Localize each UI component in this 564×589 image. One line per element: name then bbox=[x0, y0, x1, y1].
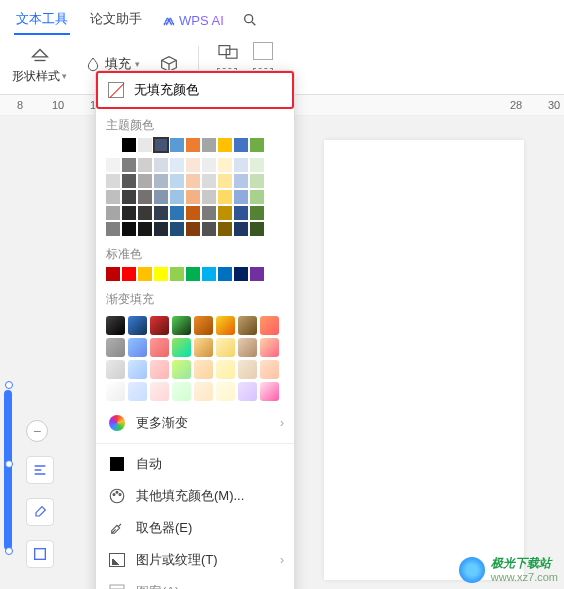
color-swatch[interactable] bbox=[154, 174, 168, 188]
color-swatch[interactable] bbox=[216, 316, 235, 335]
search-icon[interactable] bbox=[242, 12, 258, 28]
color-swatch[interactable] bbox=[154, 222, 168, 236]
color-swatch[interactable] bbox=[172, 382, 191, 401]
color-swatch[interactable] bbox=[186, 267, 200, 281]
color-swatch[interactable] bbox=[186, 138, 200, 152]
color-swatch[interactable] bbox=[250, 190, 264, 204]
color-swatch[interactable] bbox=[234, 158, 248, 172]
color-swatch[interactable] bbox=[218, 158, 232, 172]
shape-handle[interactable] bbox=[5, 547, 13, 555]
color-swatch[interactable] bbox=[106, 174, 120, 188]
color-swatch[interactable] bbox=[138, 138, 152, 152]
color-swatch[interactable] bbox=[238, 316, 257, 335]
color-swatch[interactable] bbox=[106, 360, 125, 379]
auto-color-option[interactable]: 自动 bbox=[96, 448, 294, 480]
color-swatch[interactable] bbox=[202, 174, 216, 188]
color-swatch[interactable] bbox=[234, 206, 248, 220]
color-swatch[interactable] bbox=[122, 267, 136, 281]
color-swatch[interactable] bbox=[202, 190, 216, 204]
color-swatch[interactable] bbox=[194, 316, 213, 335]
color-swatch[interactable] bbox=[250, 158, 264, 172]
color-swatch[interactable] bbox=[138, 190, 152, 204]
color-swatch[interactable] bbox=[170, 206, 184, 220]
color-swatch[interactable] bbox=[128, 316, 147, 335]
color-swatch[interactable] bbox=[150, 360, 169, 379]
color-swatch[interactable] bbox=[154, 158, 168, 172]
color-swatch[interactable] bbox=[106, 316, 125, 335]
color-swatch[interactable] bbox=[122, 174, 136, 188]
color-swatch[interactable] bbox=[202, 158, 216, 172]
tab-thesis-helper[interactable]: 论文助手 bbox=[88, 6, 144, 34]
color-swatch[interactable] bbox=[122, 206, 136, 220]
color-swatch[interactable] bbox=[106, 158, 120, 172]
other-colors-option[interactable]: 其他填充颜色(M)... bbox=[96, 480, 294, 512]
color-swatch[interactable] bbox=[216, 360, 235, 379]
color-swatch[interactable] bbox=[216, 338, 235, 357]
color-swatch[interactable] bbox=[250, 267, 264, 281]
color-swatch[interactable] bbox=[138, 222, 152, 236]
color-swatch[interactable] bbox=[260, 382, 279, 401]
color-swatch[interactable] bbox=[106, 338, 125, 357]
color-swatch[interactable] bbox=[128, 338, 147, 357]
color-swatch[interactable] bbox=[172, 338, 191, 357]
color-swatch[interactable] bbox=[122, 158, 136, 172]
frame-button[interactable] bbox=[26, 540, 54, 568]
color-swatch[interactable] bbox=[150, 338, 169, 357]
color-swatch[interactable] bbox=[138, 267, 152, 281]
text-flow-button[interactable] bbox=[26, 456, 54, 484]
color-swatch[interactable] bbox=[170, 267, 184, 281]
color-swatch[interactable] bbox=[170, 138, 184, 152]
color-swatch[interactable] bbox=[250, 138, 264, 152]
no-fill-option[interactable]: 无填充颜色 bbox=[96, 71, 294, 109]
zoom-out-button[interactable]: − bbox=[26, 420, 48, 442]
pattern-option[interactable]: 图案(A) › bbox=[96, 576, 294, 589]
color-swatch[interactable] bbox=[234, 267, 248, 281]
color-swatch[interactable] bbox=[234, 222, 248, 236]
color-swatch[interactable] bbox=[106, 382, 125, 401]
group-icon[interactable] bbox=[217, 42, 239, 60]
color-swatch[interactable] bbox=[186, 174, 200, 188]
color-swatch[interactable] bbox=[186, 190, 200, 204]
shape-handle[interactable] bbox=[5, 381, 13, 389]
color-swatch[interactable] bbox=[106, 222, 120, 236]
color-swatch[interactable] bbox=[194, 338, 213, 357]
color-swatch[interactable] bbox=[172, 360, 191, 379]
rotate-icon[interactable] bbox=[253, 42, 273, 60]
color-swatch[interactable] bbox=[218, 222, 232, 236]
brush-button[interactable] bbox=[26, 498, 54, 526]
color-swatch[interactable] bbox=[106, 267, 120, 281]
tab-wps-ai[interactable]: ⩕ WPS AI bbox=[162, 13, 224, 28]
color-swatch[interactable] bbox=[260, 338, 279, 357]
tab-text-tool[interactable]: 文本工具 bbox=[14, 6, 70, 34]
color-swatch[interactable] bbox=[170, 158, 184, 172]
color-swatch[interactable] bbox=[194, 360, 213, 379]
color-swatch[interactable] bbox=[234, 174, 248, 188]
color-swatch[interactable] bbox=[234, 138, 248, 152]
color-swatch[interactable] bbox=[170, 174, 184, 188]
color-swatch[interactable] bbox=[234, 190, 248, 204]
color-swatch[interactable] bbox=[154, 190, 168, 204]
selected-shape[interactable] bbox=[4, 390, 12, 550]
color-swatch[interactable] bbox=[238, 338, 257, 357]
color-swatch[interactable] bbox=[170, 222, 184, 236]
shape-style-group[interactable]: 形状样式▾ bbox=[12, 44, 67, 85]
color-swatch[interactable] bbox=[260, 316, 279, 335]
color-swatch[interactable] bbox=[122, 138, 136, 152]
color-swatch[interactable] bbox=[106, 206, 120, 220]
eyedropper-option[interactable]: 取色器(E) bbox=[96, 512, 294, 544]
color-swatch[interactable] bbox=[172, 316, 191, 335]
color-swatch[interactable] bbox=[154, 206, 168, 220]
color-swatch[interactable] bbox=[218, 138, 232, 152]
shape-handle[interactable] bbox=[5, 460, 13, 468]
color-swatch[interactable] bbox=[218, 206, 232, 220]
color-swatch[interactable] bbox=[138, 174, 152, 188]
color-swatch[interactable] bbox=[218, 174, 232, 188]
color-swatch[interactable] bbox=[106, 138, 120, 152]
color-swatch[interactable] bbox=[154, 138, 168, 152]
color-swatch[interactable] bbox=[122, 190, 136, 204]
color-swatch[interactable] bbox=[150, 382, 169, 401]
color-swatch[interactable] bbox=[128, 382, 147, 401]
color-swatch[interactable] bbox=[138, 206, 152, 220]
color-swatch[interactable] bbox=[202, 206, 216, 220]
color-swatch[interactable] bbox=[250, 174, 264, 188]
